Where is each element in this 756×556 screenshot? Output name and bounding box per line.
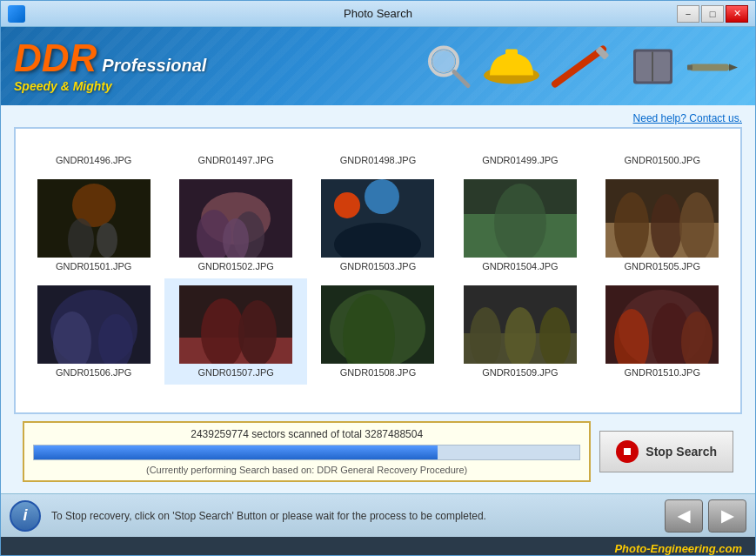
photo-thumbnail [179, 285, 292, 364]
title-bar: Photo Search − □ ✕ [1, 1, 755, 27]
close-button[interactable]: ✕ [726, 5, 748, 23]
progress-subtitle: (Currently performing Search based on: D… [33, 465, 580, 475]
svg-rect-12 [687, 64, 692, 70]
forward-button[interactable]: ▶ [708, 499, 746, 533]
photo-grid: GNDR01496.JPG GNDR01497.JPG GNDR01498.JP… [16, 129, 740, 392]
header-icons [425, 43, 738, 90]
svg-point-41 [238, 300, 277, 364]
photo-item[interactable]: GNDR01506.JPG [23, 278, 164, 385]
stop-search-label: Stop Search [646, 445, 717, 459]
photo-filename: GNDR01508.JPG [340, 367, 416, 378]
tools-icon [551, 44, 620, 88]
svg-marker-11 [729, 64, 738, 70]
photo-filename: GNDR01502.JPG [197, 261, 273, 271]
back-button[interactable]: ◀ [665, 499, 703, 533]
svg-line-2 [454, 72, 468, 86]
photo-item[interactable]: GNDR01503.JPG [307, 172, 449, 278]
photo-item[interactable]: GNDR01509.JPG [449, 278, 591, 385]
photo-thumbnail [605, 285, 719, 364]
svg-line-5 [555, 49, 603, 84]
svg-point-16 [97, 223, 117, 258]
photo-item[interactable]: GNDR01498.JPG [307, 136, 449, 172]
header-banner: DDR Professional Speedy & Mighty [1, 27, 755, 105]
svg-point-24 [365, 179, 399, 214]
app-icon [8, 5, 25, 23]
photo-thumbnail [464, 285, 577, 364]
photo-filename: GNDR01506.JPG [56, 367, 131, 378]
logo-tagline: Speedy & Mighty [14, 79, 206, 93]
photo-thumbnail [37, 179, 151, 258]
svg-point-1 [432, 50, 455, 73]
magnifier-icon [425, 43, 472, 90]
photo-filename: GNDR01501.JPG [56, 261, 131, 271]
progress-area: 2439259774 sectors scanned of total 3287… [14, 414, 742, 489]
photo-filename: GNDR01509.JPG [482, 367, 558, 378]
footer-brand: Photo-Engineering.com [1, 537, 755, 556]
photo-filename: GNDR01500.JPG [625, 155, 700, 165]
svg-rect-55 [624, 448, 631, 455]
photo-thumbnail [321, 179, 434, 258]
photo-filename: GNDR01505.JPG [625, 261, 700, 271]
progress-bar-container [33, 445, 580, 460]
svg-point-32 [651, 194, 682, 258]
photo-filename: GNDR01497.JPG [197, 155, 273, 165]
minimize-button[interactable]: − [677, 5, 699, 23]
stop-search-button[interactable]: Stop Search [599, 431, 733, 472]
nav-buttons: ◀ ▶ [665, 499, 746, 533]
photo-filename: GNDR01499.JPG [482, 155, 558, 165]
status-bar: i To Stop recovery, click on 'Stop Searc… [1, 493, 755, 537]
photo-thumbnail [179, 179, 292, 258]
book-icon [629, 44, 677, 88]
photo-item[interactable]: GNDR01502.JPG [164, 172, 306, 278]
photo-filename: GNDR01498.JPG [340, 155, 416, 165]
photo-item[interactable]: GNDR01500.JPG [592, 136, 733, 172]
window-title: Photo Search [344, 7, 412, 20]
hard-hat-icon [481, 43, 542, 90]
progress-bar-fill [34, 445, 438, 459]
logo-ddr: DDR Professional [14, 39, 206, 77]
main-content: Need help? Contact us. GNDR01496.JPG GND… [1, 105, 755, 493]
logo-area: DDR Professional Speedy & Mighty [14, 39, 206, 93]
status-message: To Stop recovery, click on 'Stop Search'… [51, 510, 654, 522]
photo-filename: GNDR01510.JPG [625, 367, 700, 378]
restore-button[interactable]: □ [701, 5, 724, 23]
photo-thumbnail [605, 179, 719, 258]
help-link[interactable]: Need help? Contact us. [14, 110, 742, 127]
photo-grid-container[interactable]: GNDR01496.JPG GNDR01497.JPG GNDR01498.JP… [14, 127, 742, 414]
photo-filename: GNDR01507.JPG [197, 367, 273, 378]
footer-brand-text: Photo-Engineering.com [614, 542, 742, 555]
photo-item[interactable]: GNDR01508.JPG [307, 278, 449, 385]
progress-box: 2439259774 sectors scanned of total 3287… [23, 421, 591, 482]
photo-item[interactable]: GNDR01497.JPG [164, 136, 306, 172]
photo-filename: GNDR01503.JPG [340, 261, 416, 271]
info-icon: i [10, 500, 41, 532]
photo-item[interactable]: GNDR01510.JPG [592, 278, 733, 385]
photo-item[interactable]: GNDR01507.JPG [164, 278, 306, 385]
svg-rect-10 [690, 64, 729, 70]
svg-rect-4 [505, 50, 518, 60]
photo-item[interactable]: GNDR01504.JPG [449, 172, 591, 278]
photo-filename: GNDR01496.JPG [56, 155, 131, 165]
photo-item[interactable]: GNDR01501.JPG [23, 172, 164, 278]
photo-thumbnail [37, 143, 151, 151]
logo-professional: Professional [102, 57, 206, 74]
photo-item[interactable]: GNDR01496.JPG [23, 136, 164, 172]
photo-thumbnail [464, 179, 577, 258]
progress-text: 2439259774 sectors scanned of total 3287… [33, 428, 580, 440]
photo-item[interactable]: GNDR01499.JPG [449, 136, 591, 172]
photo-filename: GNDR01504.JPG [482, 261, 558, 271]
photo-thumbnail [321, 285, 434, 364]
pen-icon [686, 44, 738, 88]
photo-item[interactable]: GNDR01505.JPG [592, 172, 733, 278]
photo-thumbnail [37, 285, 151, 364]
stop-icon [616, 440, 639, 463]
svg-point-23 [334, 192, 360, 218]
window-controls: − □ ✕ [677, 5, 748, 23]
